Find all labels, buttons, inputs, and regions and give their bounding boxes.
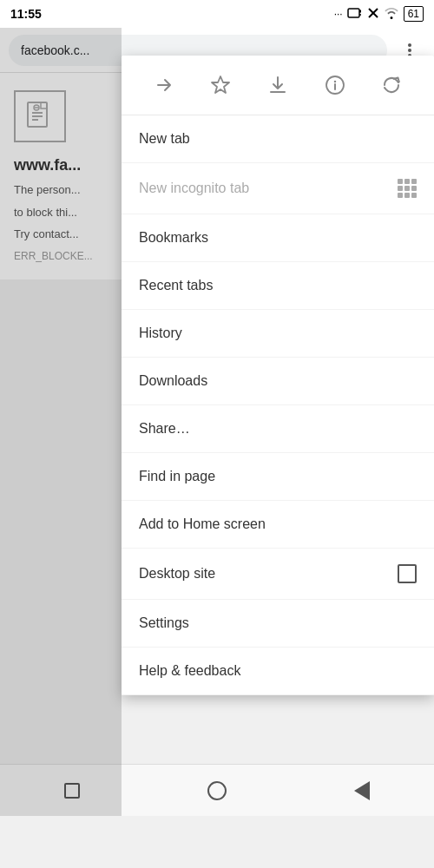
desktop-site-checkbox[interactable] [398,564,417,583]
menu-toolbar [122,56,434,115]
info-button[interactable] [318,68,352,102]
wifi-icon [384,7,399,22]
menu-item-downloads-label: Downloads [139,373,207,389]
menu-item-add-to-home[interactable]: Add to Home screen [122,501,434,549]
svg-marker-15 [212,76,229,93]
menu-item-bookmarks-label: Bookmarks [139,230,208,246]
menu-item-find-in-page-label: Find in page [139,469,215,484]
menu-item-help-feedback[interactable]: Help & feedback [122,648,434,695]
forward-button[interactable] [147,68,181,102]
grid-icon [398,179,417,198]
menu-item-downloads[interactable]: Downloads [122,358,434,405]
overlay [0,28,122,816]
back-button[interactable] [343,772,381,810]
dots-icon: ··· [334,8,343,20]
battery-level: 61 [404,6,424,22]
home-button[interactable] [198,772,236,810]
menu-item-settings[interactable]: Settings [122,600,434,648]
dropdown-menu: New tab New incognito tab Bookmarks Rece… [122,56,434,695]
menu-item-recent-tabs-label: Recent tabs [139,278,213,293]
download-button[interactable] [260,68,295,102]
menu-item-find-in-page[interactable]: Find in page [122,453,434,501]
back-icon [354,781,370,800]
menu-item-desktop-site-label: Desktop site [139,566,215,582]
svg-point-7 [408,49,411,52]
menu-item-bookmarks[interactable]: Bookmarks [122,214,434,262]
menu-item-new-tab[interactable]: New tab [122,115,434,163]
menu-item-help-feedback-label: Help & feedback [139,663,240,679]
menu-item-new-incognito-tab[interactable]: New incognito tab [122,163,434,214]
menu-item-share-label: Share… [139,421,190,437]
content-area: facebook.c... www.fa... The person... [0,28,434,816]
status-bar: 11:55 ··· 61 [0,0,434,28]
bookmark-button[interactable] [203,68,238,102]
menu-item-recent-tabs[interactable]: Recent tabs [122,262,434,310]
svg-rect-0 [348,9,359,17]
menu-item-settings-label: Settings [139,615,189,631]
menu-item-add-to-home-label: Add to Home screen [139,516,266,532]
status-time: 11:55 [10,7,42,21]
menu-item-history-label: History [139,326,182,341]
status-icons: ··· 61 [334,6,424,22]
battery-charging-icon [347,7,363,22]
menu-item-incognito-label: New incognito tab [139,181,249,196]
menu-item-share[interactable]: Share… [122,405,434,453]
menu-item-new-tab-label: New tab [139,131,190,147]
svg-point-6 [408,43,411,47]
refresh-button[interactable] [374,68,409,102]
x-icon [367,7,379,22]
menu-item-desktop-site[interactable]: Desktop site [122,549,434,600]
home-icon [207,781,227,800]
menu-item-history[interactable]: History [122,310,434,358]
